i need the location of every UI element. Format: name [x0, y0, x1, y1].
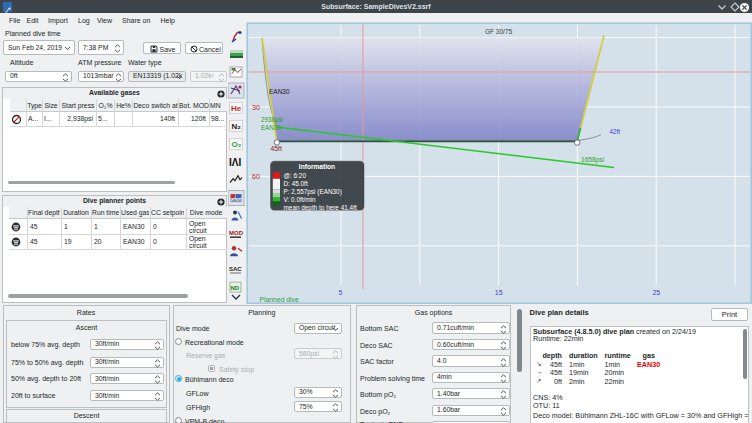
svg-text:mean depth to here 41.4ft: mean depth to here 41.4ft	[284, 204, 357, 212]
svg-text:45ft: 45ft	[271, 145, 282, 152]
svg-text:GF 30/75: GF 30/75	[485, 28, 512, 35]
svg-text:ND: ND	[231, 285, 240, 291]
svg-text:60: 60	[252, 173, 260, 180]
svg-text:MOD: MOD	[229, 230, 244, 236]
svg-text:2938psi: 2938psi	[261, 116, 283, 124]
svg-text:Information: Information	[299, 163, 335, 170]
svg-text:25: 25	[652, 289, 660, 296]
svg-text:5: 5	[339, 289, 343, 296]
svg-text:N₂: N₂	[232, 122, 242, 131]
svg-text:P: 2,557psi (EAN30): P: 2,557psi (EAN30)	[284, 188, 342, 196]
svg-text:1658psi: 1658psi	[581, 156, 605, 164]
svg-text:@: 6:20: @: 6:20	[284, 172, 307, 179]
svg-text:ΙΛΙ: ΙΛΙ	[229, 157, 241, 168]
svg-text:He: He	[231, 104, 242, 113]
svg-text:30: 30	[252, 104, 260, 111]
svg-text:15: 15	[495, 289, 503, 296]
svg-text:O₂: O₂	[232, 140, 242, 149]
svg-text:EAN30: EAN30	[261, 124, 281, 131]
svg-text:D: 45.0ft: D: 45.0ft	[284, 180, 308, 187]
svg-text:42ft: 42ft	[609, 128, 620, 135]
svg-text:EAN30: EAN30	[269, 88, 290, 95]
svg-text:SAC: SAC	[229, 266, 242, 272]
svg-text:Planned dive: Planned dive	[260, 296, 300, 303]
svg-text:V: 0.0ft/min: V: 0.0ft/min	[284, 196, 317, 203]
